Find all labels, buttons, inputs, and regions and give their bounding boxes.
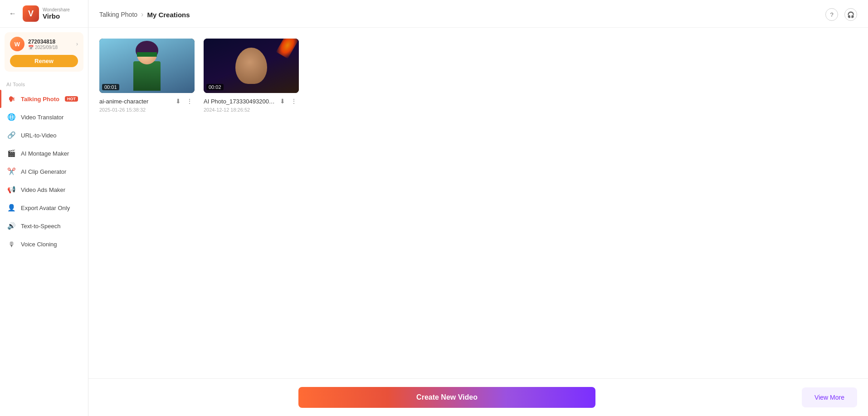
sidebar-label-url-to-video: URL-to-Video — [21, 132, 57, 139]
breadcrumb-separator: › — [141, 10, 143, 19]
sidebar-label-text-to-speech: Text-to-Speech — [21, 223, 60, 230]
breadcrumb-parent: Talking Photo — [99, 11, 137, 18]
sidebar-label-ai-montage-maker: AI Montage Maker — [21, 150, 69, 157]
video-actions: ⬇⋮ — [174, 97, 195, 106]
hot-badge: HOT — [65, 96, 78, 102]
download-button[interactable]: ⬇ — [278, 97, 287, 106]
sidebar-item-text-to-speech[interactable]: 🔊Text-to-Speech — [0, 217, 88, 235]
breadcrumb-current: My Creations — [147, 11, 190, 19]
app-logo-icon — [23, 5, 39, 22]
ai-montage-maker-icon: 🎬 — [6, 148, 16, 158]
video-card[interactable]: 00:02AI Photo_1733304932003_3⬇⋮2024-12-1… — [204, 39, 299, 114]
user-card: W 272034818 📅 2025/09/18 › Renew — [5, 32, 83, 72]
sidebar-item-ai-montage-maker[interactable]: 🎬AI Montage Maker — [0, 144, 88, 162]
bottom-bar: Create New Video View More — [88, 378, 868, 416]
view-more-button[interactable]: View More — [802, 387, 857, 407]
more-options-button[interactable]: ⋮ — [185, 97, 195, 106]
bottom-actions-wrapper: Create New Video View More — [99, 387, 857, 408]
user-id: 272034818 — [28, 39, 73, 45]
video-ads-maker-icon: 📢 — [6, 185, 16, 195]
top-bar: Talking Photo › My Creations ? 🎧 — [88, 0, 868, 28]
download-button[interactable]: ⬇ — [174, 97, 183, 106]
user-avatar: W — [10, 37, 24, 51]
sidebar-header: ← Wondershare Virbo — [0, 0, 88, 28]
create-new-video-button[interactable]: Create New Video — [298, 387, 595, 408]
content-area: 00:01ai-anime-character⬇⋮2025-01-26 15:3… — [88, 28, 868, 416]
video-thumbnail: 00:02 — [204, 39, 299, 93]
ai-tools-label: AI Tools — [0, 76, 88, 90]
sidebar-item-url-to-video[interactable]: 🔗URL-to-Video — [0, 126, 88, 144]
back-button[interactable]: ← — [6, 7, 19, 20]
video-date: 2024-12-12 18:26:52 — [204, 107, 299, 113]
duration-badge: 00:02 — [206, 84, 224, 90]
sidebar-nav: 🗣Talking PhotoHOT🌐Video Translator🔗URL-t… — [0, 90, 88, 253]
sidebar-label-talking-photo: Talking Photo — [21, 96, 59, 103]
duration-badge: 00:01 — [102, 84, 119, 90]
renew-button[interactable]: Renew — [10, 55, 78, 67]
video-thumbnail: 00:01 — [99, 39, 195, 93]
sidebar-item-export-avatar-only[interactable]: 👤Export Avatar Only — [0, 199, 88, 217]
video-title: ai-anime-character — [99, 98, 174, 105]
video-title-row: AI Photo_1733304932003_3⬇⋮ — [204, 97, 299, 106]
video-info: ai-anime-character⬇⋮2025-01-26 15:38:32 — [99, 93, 195, 114]
video-translator-icon: 🌐 — [6, 112, 16, 122]
main-content: Talking Photo › My Creations ? 🎧 00:01ai… — [88, 0, 868, 416]
video-title: AI Photo_1733304932003_3 — [204, 98, 278, 105]
headphones-button[interactable]: 🎧 — [844, 8, 857, 21]
calendar-icon: 📅 — [28, 45, 34, 50]
video-title-row: ai-anime-character⬇⋮ — [99, 97, 195, 106]
sidebar-item-video-ads-maker[interactable]: 📢Video Ads Maker — [0, 181, 88, 199]
top-right-icons: ? 🎧 — [825, 8, 857, 21]
sidebar-item-talking-photo[interactable]: 🗣Talking PhotoHOT — [0, 90, 88, 108]
ai-clip-generator-icon: ✂️ — [6, 166, 16, 176]
sidebar-label-export-avatar-only: Export Avatar Only — [21, 205, 70, 211]
sidebar-label-ai-clip-generator: AI Clip Generator — [21, 168, 66, 175]
talking-photo-icon: 🗣 — [6, 94, 16, 104]
video-actions: ⬇⋮ — [278, 97, 299, 106]
user-card-top: W 272034818 📅 2025/09/18 › — [10, 37, 78, 51]
video-info: AI Photo_1733304932003_3⬇⋮2024-12-12 18:… — [204, 93, 299, 114]
user-date: 📅 2025/09/18 — [28, 45, 73, 50]
sidebar-label-video-translator: Video Translator — [21, 114, 63, 121]
brand-top: Wondershare — [43, 7, 70, 12]
sidebar-label-voice-cloning: Voice Cloning — [21, 241, 57, 248]
video-card[interactable]: 00:01ai-anime-character⬇⋮2025-01-26 15:3… — [99, 39, 195, 114]
url-to-video-icon: 🔗 — [6, 130, 16, 140]
sidebar-item-ai-clip-generator[interactable]: ✂️AI Clip Generator — [0, 162, 88, 181]
video-grid: 00:01ai-anime-character⬇⋮2025-01-26 15:3… — [99, 39, 857, 114]
app-logo-text: Wondershare Virbo — [43, 7, 70, 20]
breadcrumb: Talking Photo › My Creations — [99, 10, 190, 19]
sidebar-label-video-ads-maker: Video Ads Maker — [21, 186, 65, 193]
text-to-speech-icon: 🔊 — [6, 221, 16, 231]
help-button[interactable]: ? — [825, 8, 838, 21]
video-date: 2025-01-26 15:38:32 — [99, 107, 195, 113]
sidebar: ← Wondershare Virbo W 272034818 📅 2025/0… — [0, 0, 88, 416]
voice-cloning-icon: 🎙 — [6, 239, 16, 249]
chevron-right-icon[interactable]: › — [76, 41, 78, 47]
sidebar-item-video-translator[interactable]: 🌐Video Translator — [0, 108, 88, 126]
user-info: 272034818 📅 2025/09/18 — [28, 39, 73, 50]
brand-name: Virbo — [43, 12, 70, 20]
export-avatar-only-icon: 👤 — [6, 203, 16, 213]
sidebar-item-voice-cloning[interactable]: 🎙Voice Cloning — [0, 235, 88, 253]
more-options-button[interactable]: ⋮ — [289, 97, 299, 106]
